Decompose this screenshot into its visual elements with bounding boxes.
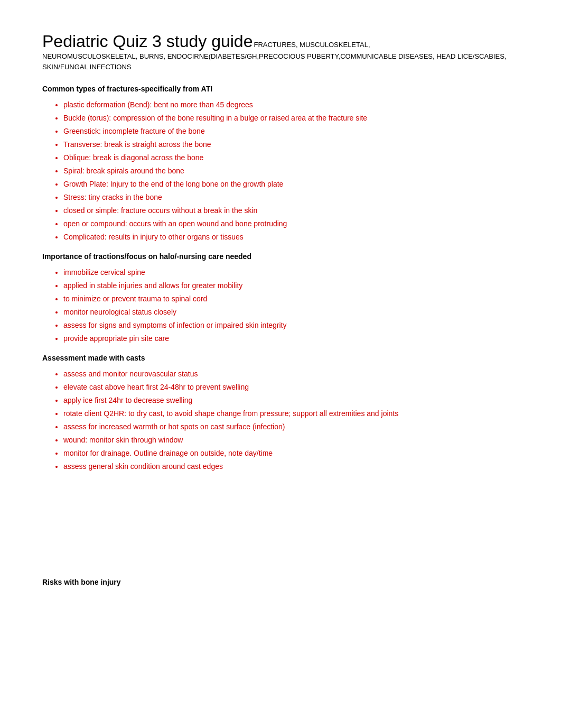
list-item: immobilize cervical spine	[63, 267, 519, 278]
list-item: apply ice first 24hr to decrease swellin…	[63, 395, 519, 406]
list-item: assess and monitor neurovascular status	[63, 368, 519, 380]
list-item: Greenstick: incomplete fracture of the b…	[63, 126, 519, 137]
list-item: Stress: tiny cracks in the bone	[63, 192, 519, 203]
list-item: Growth Plate: Injury to the end of the l…	[63, 179, 519, 190]
list-item: closed or simple: fracture occurs withou…	[63, 205, 519, 216]
page-header: Pediatric Quiz 3 study guideFRACTURES, M…	[42, 32, 519, 72]
list-item: wound: monitor skin through window	[63, 435, 519, 446]
page-container: Pediatric Quiz 3 study guideFRACTURES, M…	[42, 32, 519, 586]
list-item: Transverse: break is straight across the…	[63, 139, 519, 150]
tractions-list: immobilize cervical spine applied in sta…	[42, 267, 519, 344]
list-item: provide appropriate pin site care	[63, 333, 519, 344]
title-subtitle: NEUROMUSCULOSKELETAL, BURNS, ENDOCIRNE(D…	[42, 51, 519, 72]
risks-heading: Risks with bone injury	[42, 578, 519, 586]
section-heading-fractures: Common types of fractures-specifically f…	[42, 85, 519, 93]
title-line: Pediatric Quiz 3 study guideFRACTURES, M…	[42, 32, 519, 51]
list-item: assess for signs and symptoms of infecti…	[63, 320, 519, 331]
list-item: elevate cast above heart first 24-48hr t…	[63, 382, 519, 393]
list-item: Complicated: results in injury to other …	[63, 232, 519, 243]
title-main: Pediatric Quiz 3 study guide	[42, 32, 253, 51]
list-item: applied in stable injuries and allows fo…	[63, 280, 519, 291]
fractures-list: plastic deformation (Bend): bent no more…	[42, 99, 519, 243]
list-item: Spiral: break spirals around the bone	[63, 165, 519, 177]
casts-list: assess and monitor neurovascular status …	[42, 368, 519, 472]
list-item: open or compound: occurs with an open wo…	[63, 218, 519, 229]
list-item: to minimize or prevent trauma to spinal …	[63, 293, 519, 305]
title-super: FRACTURES, MUSCULOSKELETAL,	[254, 41, 370, 49]
section-tractions: Importance of tractions/focus on halo/-n…	[42, 252, 519, 344]
section-casts: Assessment made with casts assess and mo…	[42, 354, 519, 472]
list-item: rotate client Q2HR: to dry cast, to avoi…	[63, 408, 519, 419]
section-heading-casts: Assessment made with casts	[42, 354, 519, 362]
list-item: assess general skin condition around cas…	[63, 461, 519, 472]
list-item: monitor for drainage. Outline drainage o…	[63, 448, 519, 459]
list-item: monitor neurological status closely	[63, 307, 519, 318]
list-item: Oblique: break is diagonal across the bo…	[63, 152, 519, 163]
section-fractures: Common types of fractures-specifically f…	[42, 85, 519, 243]
list-item: plastic deformation (Bend): bent no more…	[63, 99, 519, 110]
list-item: assess for increased warmth or hot spots…	[63, 421, 519, 432]
list-item: Buckle (torus): compression of the bone …	[63, 113, 519, 124]
section-heading-tractions: Importance of tractions/focus on halo/-n…	[42, 252, 519, 261]
